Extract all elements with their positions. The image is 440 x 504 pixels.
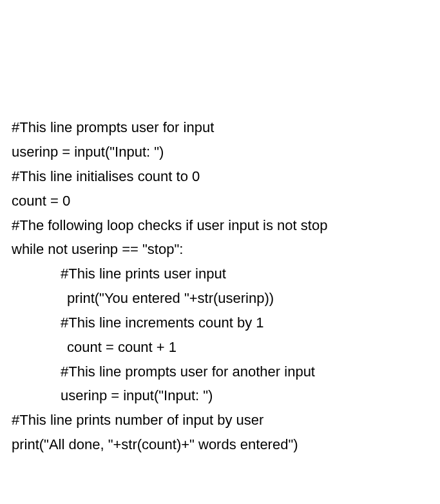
code-line: print("All done, "+str(count)+" words en… — [12, 432, 428, 457]
code-line: #This line prompts user for input — [12, 115, 428, 140]
code-line: #This line prompts user for another inpu… — [12, 360, 428, 384]
code-line: #This line increments count by 1 — [12, 311, 428, 335]
code-line: userinp = input("Input: ") — [12, 383, 428, 408]
code-line: count = count + 1 — [12, 335, 428, 360]
code-line: print("You entered "+str(userinp)) — [12, 286, 428, 311]
code-line: #This line initialises count to 0 — [12, 164, 428, 189]
code-line: while not userinp == "stop": — [12, 237, 428, 262]
code-block: #This line prompts user for inputuserinp… — [12, 115, 428, 457]
code-line: count = 0 — [12, 189, 428, 213]
code-line: userinp = input("Input: ") — [12, 140, 428, 164]
code-line: #The following loop checks if user input… — [12, 213, 428, 238]
code-line: #This line prints number of input by use… — [12, 408, 428, 432]
code-line: #This line prints user input — [12, 262, 428, 286]
